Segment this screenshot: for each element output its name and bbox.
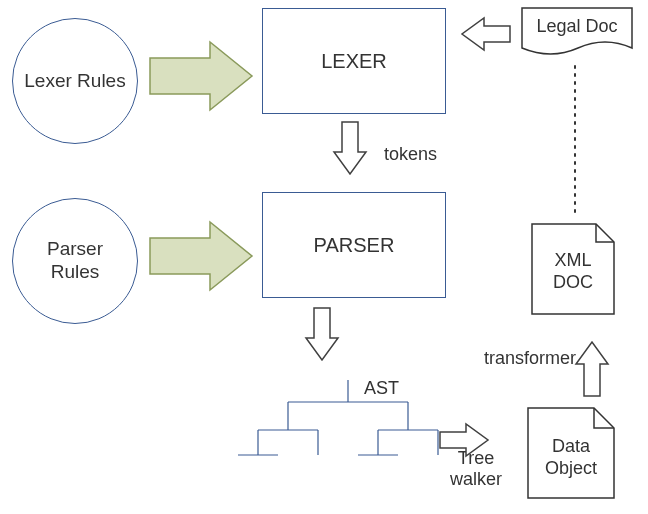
parser-box: PARSER — [262, 192, 446, 298]
arrow-legaldoc-to-lexer — [462, 18, 510, 50]
xml-doc-text-2: DOC — [553, 272, 593, 292]
lexer-rules-circle: Lexer Rules — [12, 18, 138, 144]
parser-rules-circle: Parser Rules — [12, 198, 138, 324]
arrow-parser-to-ast — [306, 308, 338, 360]
legal-doc-shape: Legal Doc — [522, 8, 632, 54]
lexer-box: LEXER — [262, 8, 446, 114]
arrow-parser-rules-to-parser — [150, 222, 252, 290]
tokens-label: tokens — [384, 144, 437, 165]
ast-label: AST — [364, 378, 399, 399]
ast-tree-icon — [238, 380, 438, 455]
arrow-lexer-to-parser — [334, 122, 366, 174]
xml-doc-text-1: XML — [554, 250, 591, 270]
lexer-box-label: LEXER — [321, 49, 387, 73]
data-object-text-2: Object — [545, 458, 597, 478]
legal-doc-text: Legal Doc — [536, 16, 617, 36]
parser-box-label: PARSER — [314, 233, 395, 257]
data-object-text-1: Data — [552, 436, 591, 456]
arrow-lexer-rules-to-lexer — [150, 42, 252, 110]
data-object-shape: Data Object — [528, 408, 614, 498]
tree-walker-label: Tree walker — [450, 448, 502, 490]
xml-doc-shape: XML DOC — [532, 224, 614, 314]
parser-rules-label: Parser Rules — [47, 238, 103, 284]
lexer-rules-label: Lexer Rules — [24, 70, 125, 93]
arrow-dataobject-to-xml — [576, 342, 608, 396]
transformer-label: transformer — [484, 348, 576, 369]
